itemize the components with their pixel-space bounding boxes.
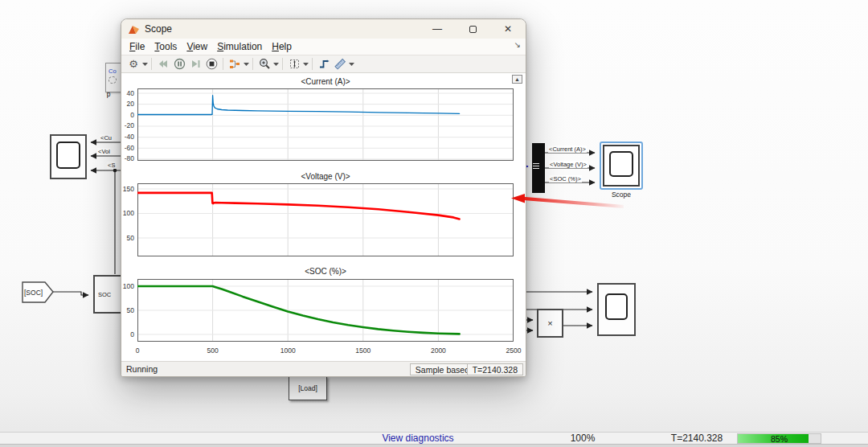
bus-label-voltage: <Voltage (V)> bbox=[549, 161, 588, 168]
signal-label-current-truncated: <Cu bbox=[100, 134, 113, 141]
measurements-button[interactable] bbox=[332, 56, 348, 72]
stop-icon bbox=[206, 58, 218, 70]
signal-selector-button[interactable] bbox=[227, 56, 243, 72]
plot-title-current: <Current (A)> bbox=[137, 77, 514, 86]
progress-percent-text: 85% bbox=[738, 434, 821, 444]
from-block-tag: [SOC] bbox=[24, 289, 43, 297]
app-statusbar: View diagnostics 100% T=2140.328 85% bbox=[0, 432, 868, 445]
chevron-down-icon[interactable] bbox=[273, 62, 279, 66]
powergui-block[interactable]: Co bbox=[105, 63, 121, 92]
chevron-down-icon[interactable] bbox=[142, 62, 148, 66]
scope-screen-icon bbox=[609, 151, 633, 177]
toolbar: ⚙ bbox=[121, 55, 526, 73]
scope-statusbar: Running Sample based T=2140.328 bbox=[121, 361, 526, 376]
sample-mode-box: Sample based bbox=[410, 363, 475, 375]
menu-simulation[interactable]: Simulation bbox=[213, 39, 266, 54]
settings-gear-button[interactable]: ⚙ bbox=[125, 56, 141, 72]
scope-screen-icon bbox=[56, 141, 80, 169]
minimize-button[interactable]: — bbox=[420, 19, 455, 39]
step-forward-button[interactable] bbox=[187, 56, 203, 72]
zoom-button[interactable] bbox=[256, 56, 272, 72]
simulation-status-text: Running bbox=[126, 364, 158, 374]
product-symbol: × bbox=[538, 318, 562, 328]
scope-block-selected[interactable] bbox=[600, 141, 643, 190]
step-back-button[interactable] bbox=[155, 56, 171, 72]
maximize-button[interactable] bbox=[455, 19, 490, 39]
window-titlebar[interactable]: Scope — ✕ bbox=[121, 19, 526, 39]
window-title: Scope bbox=[145, 23, 172, 35]
goto-tag: [Load] bbox=[289, 384, 326, 392]
menubar: File Tools View Simulation Help ↘ bbox=[121, 39, 526, 55]
plot-title-soc: <SOC (%)> bbox=[137, 267, 514, 276]
x-axis-labels: 05001000150020002500 bbox=[137, 347, 514, 355]
product-block[interactable]: × bbox=[537, 309, 563, 338]
chevron-down-icon[interactable] bbox=[303, 62, 309, 66]
chevron-down-icon[interactable] bbox=[349, 62, 354, 66]
menu-tools[interactable]: Tools bbox=[150, 39, 181, 54]
pause-button[interactable] bbox=[171, 56, 187, 72]
scope-time-box: T=2140.328 bbox=[467, 363, 523, 375]
step-forward-icon bbox=[190, 58, 202, 70]
signal-label-voltage-truncated: <Vol bbox=[97, 148, 111, 155]
zoom-level-text: 100% bbox=[555, 433, 611, 444]
measurements-ruler-icon bbox=[334, 58, 346, 70]
bus-selector-block[interactable] bbox=[532, 143, 545, 193]
maximize-icon bbox=[469, 26, 477, 33]
signal-selector-icon bbox=[229, 58, 241, 70]
toolbar-separator bbox=[223, 58, 223, 70]
trigger-icon bbox=[318, 58, 330, 70]
scope-screen-icon bbox=[605, 293, 628, 320]
step-back-icon bbox=[158, 58, 170, 70]
chevron-down-icon[interactable] bbox=[244, 62, 249, 66]
menu-view[interactable]: View bbox=[182, 39, 211, 54]
close-button[interactable]: ✕ bbox=[490, 19, 526, 39]
goto-load-block[interactable]: [Load] bbox=[289, 376, 327, 400]
powergui-mode-text: Co bbox=[108, 68, 121, 75]
soc-port-label: SOC bbox=[98, 291, 111, 298]
pause-icon bbox=[174, 58, 186, 70]
powergui-label: p bbox=[103, 90, 114, 98]
fit-to-view-icon bbox=[289, 58, 301, 70]
powergui-sketch-icon bbox=[108, 76, 117, 84]
toolbar-separator bbox=[151, 58, 152, 70]
y-axis-labels-voltage: 15010050 bbox=[121, 183, 135, 256]
scope2-block[interactable] bbox=[597, 283, 636, 336]
left-scope-block[interactable] bbox=[50, 134, 87, 179]
zoom-in-icon bbox=[259, 58, 271, 70]
bus-label-soc: <SOC (%)> bbox=[549, 175, 582, 182]
scope-window[interactable]: Scope — ✕ File Tools View Simulation Hel… bbox=[121, 18, 526, 377]
scope-plot-area[interactable]: ▲ <Current (A)> 40200-20-40-60-80 <Volta… bbox=[121, 73, 526, 363]
progress-bar: 85% bbox=[737, 433, 821, 444]
plot-soc[interactable] bbox=[137, 279, 514, 342]
signal-label-soc-truncated: <S bbox=[107, 162, 116, 169]
undock-arrow-icon[interactable]: ↘ bbox=[514, 40, 521, 49]
plot-current[interactable] bbox=[137, 88, 514, 161]
menu-file[interactable]: File bbox=[125, 39, 149, 54]
bus-label-current: <Current (A)> bbox=[548, 146, 587, 153]
view-diagnostics-link[interactable]: View diagnostics bbox=[366, 433, 470, 444]
toolbar-separator bbox=[312, 58, 313, 70]
sim-time-text: T=2140.328 bbox=[661, 433, 733, 444]
y-axis-labels-soc: 100500 bbox=[121, 279, 135, 342]
toolbar-separator bbox=[252, 58, 253, 70]
fit-to-view-button[interactable] bbox=[286, 56, 302, 72]
y-axis-labels-current: 40200-20-40-60-80 bbox=[121, 88, 135, 161]
stop-button[interactable] bbox=[203, 56, 219, 72]
bus-selector-icon bbox=[533, 163, 539, 169]
plot-voltage[interactable] bbox=[137, 183, 514, 256]
gear-icon: ⚙ bbox=[129, 59, 138, 69]
red-annotation-arrow bbox=[506, 191, 635, 212]
scope-block-border bbox=[603, 145, 640, 187]
matlab-logo-icon bbox=[128, 24, 140, 35]
trigger-button[interactable] bbox=[316, 56, 332, 72]
soc-subsystem-block[interactable]: SOC bbox=[93, 275, 122, 314]
toolbar-separator bbox=[282, 58, 283, 70]
menu-help[interactable]: Help bbox=[268, 39, 296, 54]
plot-title-voltage: <Voltage (V)> bbox=[137, 172, 514, 181]
simulink-model-canvas: [SOC] Co p <Cu <Vol <S SOC <Current (A)>… bbox=[0, 0, 868, 447]
